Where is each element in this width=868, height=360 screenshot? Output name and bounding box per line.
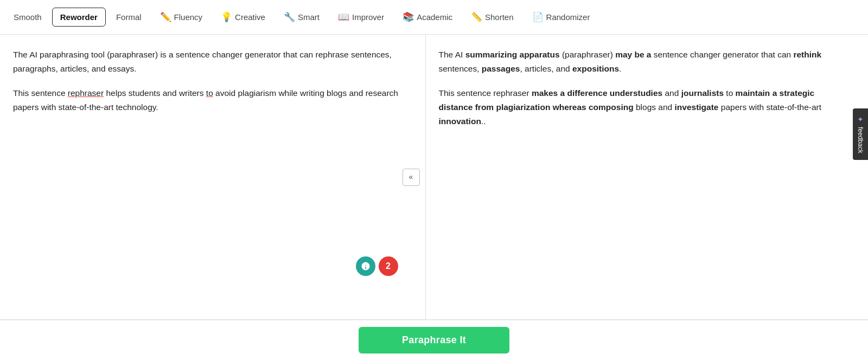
right-paragraph-2: This sentence rephraser makes a differen… (439, 86, 838, 129)
star-icon: ✦ (856, 115, 865, 124)
right-bold-2: may be a (615, 50, 651, 59)
feedback-sidebar[interactable]: ✦ feedback (853, 108, 868, 160)
right-bold-7: journalists (681, 88, 724, 98)
error-badge: 2 (379, 256, 398, 276)
collapse-button[interactable]: « (403, 169, 420, 186)
right-bold-10: innovation (439, 117, 481, 126)
right-bold-6: makes a difference understudies (532, 88, 662, 98)
left-panel[interactable]: The AI paraphrasing tool (paraphraser) i… (0, 35, 426, 319)
main-content: The AI paraphrasing tool (paraphraser) i… (0, 35, 868, 320)
tab-fluency[interactable]: ✏️ Fluency (152, 7, 211, 28)
toolbar: Smooth Reworder Formal ✏️ Fluency 💡 Crea… (0, 0, 868, 35)
fluency-label: Fluency (174, 12, 203, 22)
right-paragraph-1: The AI summarizing apparatus (paraphrase… (439, 48, 838, 76)
academic-icon: 📚 (403, 11, 414, 23)
left-paragraph-1: The AI paraphrasing tool (paraphraser) i… (13, 48, 412, 76)
formal-label: Formal (116, 12, 142, 22)
tab-smooth[interactable]: Smooth (5, 8, 50, 27)
feedback-label: feedback (857, 127, 864, 153)
right-panel: The AI summarizing apparatus (paraphrase… (426, 35, 869, 319)
fluency-icon: ✏️ (160, 11, 171, 23)
right-bold-1: summarizing apparatus (465, 50, 560, 59)
randomizer-label: Randomizer (546, 12, 590, 22)
creative-label: Creative (235, 12, 265, 22)
tab-creative[interactable]: 💡 Creative (213, 7, 273, 28)
smart-label: Smart (298, 12, 320, 22)
right-bold-5: expositions (572, 64, 619, 73)
randomizer-icon: 📄 (532, 11, 544, 23)
tab-reworder[interactable]: Reworder (52, 8, 106, 27)
academic-label: Academic (417, 12, 452, 22)
right-bold-3: rethink (793, 50, 821, 59)
smooth-label: Smooth (14, 12, 42, 22)
right-bold-4: passages (482, 64, 520, 73)
word-icons: 2 (356, 256, 398, 276)
improver-label: Improver (352, 12, 384, 22)
tab-academic[interactable]: 📚 Academic (394, 7, 461, 28)
tab-randomizer[interactable]: 📄 Randomizer (524, 7, 598, 28)
left-paragraph-2: This sentence rephraser helps students a… (13, 86, 412, 115)
smart-icon: 🔧 (284, 11, 295, 23)
creative-icon: 💡 (221, 11, 232, 23)
to-link[interactable]: to (206, 88, 213, 98)
shorten-label: Shorten (485, 12, 514, 22)
paraphrase-bar: Paraphrase It (0, 320, 868, 360)
improver-icon: 📖 (338, 11, 349, 23)
teal-icon[interactable] (356, 256, 375, 276)
right-bold-9: investigate (675, 102, 719, 112)
tab-shorten[interactable]: 📏 Shorten (463, 7, 522, 28)
tab-improver[interactable]: 📖 Improver (330, 7, 392, 28)
tab-formal[interactable]: Formal (108, 8, 150, 27)
rephraser-link[interactable]: rephraser (68, 88, 104, 98)
paraphrase-button[interactable]: Paraphrase It (359, 327, 509, 353)
reworder-label: Reworder (60, 12, 98, 22)
shorten-icon: 📏 (471, 11, 482, 23)
tab-smart[interactable]: 🔧 Smart (276, 7, 328, 28)
